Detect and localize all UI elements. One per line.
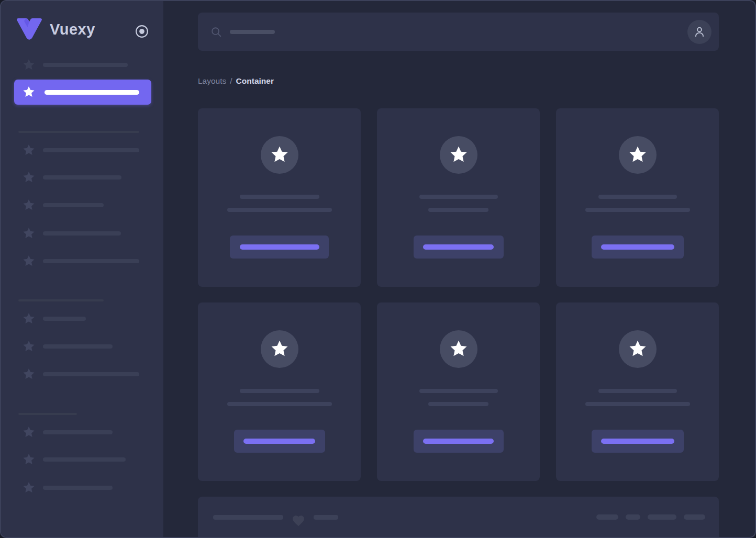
placeholder-card bbox=[556, 108, 719, 287]
card-avatar-circle bbox=[619, 330, 657, 368]
sidebar-item[interactable] bbox=[22, 312, 86, 325]
placeholder-card bbox=[556, 302, 719, 481]
brand-title: Vuexy bbox=[50, 21, 95, 38]
placeholder-card bbox=[377, 108, 540, 287]
button-label-skeleton bbox=[601, 244, 674, 250]
sidebar-item[interactable] bbox=[22, 481, 113, 494]
sidebar-item[interactable] bbox=[22, 368, 139, 380]
card-action-button[interactable] bbox=[592, 236, 684, 259]
button-label-skeleton bbox=[601, 439, 674, 444]
card-action-button[interactable] bbox=[592, 430, 684, 453]
skeleton-line bbox=[43, 317, 86, 321]
skeleton-line bbox=[240, 195, 319, 199]
footer-link-skeleton[interactable] bbox=[648, 514, 676, 520]
star-icon bbox=[22, 198, 36, 212]
top-navbar bbox=[198, 13, 719, 51]
star-icon bbox=[22, 85, 36, 99]
sidebar-section-divider bbox=[18, 131, 139, 133]
star-icon bbox=[22, 340, 36, 353]
skeleton-line bbox=[598, 389, 677, 393]
star-icon bbox=[22, 254, 36, 268]
sidebar-item-active[interactable] bbox=[14, 80, 151, 105]
breadcrumb-separator: / bbox=[230, 76, 232, 85]
sidebar-item[interactable] bbox=[22, 340, 113, 353]
brand-logo[interactable]: Vuexy bbox=[15, 17, 95, 42]
sidebar: Vuexy bbox=[1, 1, 163, 537]
star-icon bbox=[22, 481, 36, 495]
sidebar-section-divider bbox=[18, 413, 77, 415]
breadcrumb-section[interactable]: Layouts bbox=[198, 76, 226, 85]
skeleton-line bbox=[43, 457, 126, 462]
vuexy-logo-icon bbox=[15, 17, 43, 42]
footer-link-skeleton[interactable] bbox=[684, 514, 705, 520]
main-content: Layouts/Container bbox=[163, 1, 755, 537]
card-action-button[interactable] bbox=[234, 430, 325, 453]
button-label-skeleton bbox=[240, 244, 319, 250]
record-circle-icon[interactable] bbox=[135, 25, 149, 38]
footer-link-skeleton[interactable] bbox=[596, 514, 618, 520]
card-avatar-circle bbox=[261, 136, 298, 174]
sidebar-item[interactable] bbox=[22, 426, 113, 439]
sidebar-item[interactable] bbox=[22, 144, 139, 156]
footer-links bbox=[596, 514, 705, 520]
card-action-button[interactable] bbox=[414, 236, 504, 259]
sidebar-item[interactable] bbox=[22, 59, 128, 71]
star-icon bbox=[22, 453, 36, 466]
skeleton-line bbox=[43, 231, 121, 236]
sidebar-item[interactable] bbox=[22, 171, 121, 184]
card-avatar-circle bbox=[619, 136, 657, 174]
heart-icon bbox=[292, 514, 305, 528]
search-icon[interactable] bbox=[210, 26, 222, 38]
skeleton-line bbox=[43, 344, 113, 349]
card-avatar-circle bbox=[440, 330, 477, 368]
placeholder-card bbox=[377, 302, 540, 481]
footer bbox=[198, 497, 719, 538]
star-icon bbox=[22, 425, 36, 439]
star-icon bbox=[628, 339, 648, 359]
skeleton-line bbox=[43, 175, 121, 180]
placeholder-card bbox=[198, 302, 361, 481]
skeleton-line bbox=[428, 208, 488, 212]
card-avatar-circle bbox=[261, 330, 298, 368]
button-label-skeleton bbox=[423, 244, 494, 250]
skeleton-line bbox=[43, 372, 139, 376]
skeleton-line bbox=[43, 63, 128, 67]
skeleton-line bbox=[598, 195, 677, 199]
placeholder-card bbox=[198, 108, 361, 287]
star-icon bbox=[22, 143, 36, 157]
card-action-button[interactable] bbox=[230, 236, 329, 259]
app-window: Vuexy bbox=[0, 0, 756, 538]
sidebar-item[interactable] bbox=[22, 227, 121, 240]
star-icon bbox=[270, 339, 290, 359]
card-grid bbox=[198, 108, 719, 481]
star-icon bbox=[628, 145, 648, 165]
skeleton-line bbox=[419, 389, 498, 393]
footer-link-skeleton[interactable] bbox=[626, 514, 640, 520]
sidebar-item[interactable] bbox=[22, 255, 139, 267]
sidebar-item[interactable] bbox=[22, 199, 104, 211]
skeleton-line bbox=[227, 208, 332, 212]
star-icon bbox=[22, 312, 36, 326]
card-action-button[interactable] bbox=[414, 430, 504, 453]
skeleton-line bbox=[43, 430, 113, 434]
skeleton-line bbox=[419, 195, 498, 199]
skeleton-line bbox=[240, 389, 319, 393]
skeleton-line bbox=[314, 515, 338, 520]
card-avatar-circle bbox=[440, 136, 477, 174]
skeleton-line bbox=[43, 259, 139, 263]
skeleton-line bbox=[43, 203, 104, 207]
user-avatar[interactable] bbox=[687, 20, 711, 44]
star-icon bbox=[22, 171, 36, 184]
sidebar-section-divider bbox=[18, 299, 104, 301]
button-label-skeleton bbox=[423, 439, 494, 444]
search-input-skeleton[interactable] bbox=[230, 30, 275, 34]
skeleton-line bbox=[585, 208, 690, 212]
breadcrumb: Layouts/Container bbox=[198, 76, 719, 86]
skeleton-line bbox=[585, 402, 690, 406]
sidebar-item[interactable] bbox=[22, 453, 126, 466]
skeleton-line bbox=[428, 402, 488, 406]
skeleton-line bbox=[45, 90, 139, 95]
star-icon bbox=[22, 58, 36, 72]
button-label-skeleton bbox=[243, 439, 315, 444]
star-icon bbox=[270, 145, 290, 165]
